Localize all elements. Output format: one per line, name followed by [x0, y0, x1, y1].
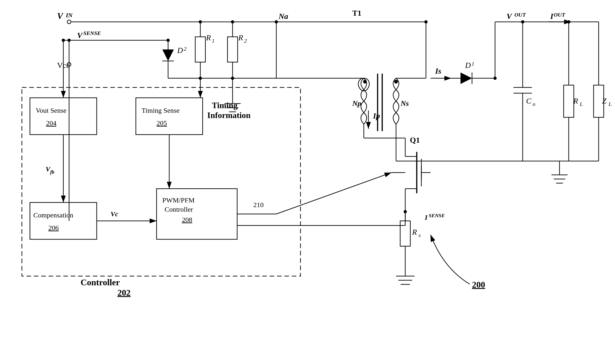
svg-point-20 [394, 80, 398, 84]
vin-sub: IN [66, 12, 73, 19]
rl-sub: L [580, 101, 583, 107]
svg-marker-66 [162, 50, 174, 61]
svg-rect-53 [564, 85, 574, 117]
svg-marker-39 [460, 72, 472, 84]
d2-sub: 2 [184, 46, 187, 52]
vfb-sub: fb [50, 169, 54, 175]
vsense-sub: SENSE [83, 30, 101, 36]
svg-rect-83 [30, 98, 97, 135]
compensation-num: 206 [48, 224, 59, 232]
timing-info-label: Timing [212, 101, 237, 110]
svg-rect-7 [195, 37, 205, 62]
compensation-label: Compensation [33, 211, 73, 219]
svg-rect-84 [136, 98, 203, 135]
na-label: Na [278, 12, 288, 20]
d2-label: D [177, 46, 183, 54]
t1-label: T1 [352, 9, 361, 17]
pwm-label2: Controller [165, 206, 193, 213]
svg-line-97 [276, 173, 391, 214]
svg-point-4 [67, 20, 71, 24]
vin-label: V [57, 11, 64, 21]
vout-sub: OUT [514, 12, 526, 18]
svg-point-9 [199, 20, 202, 24]
co-label: C [526, 97, 531, 105]
vout-sense-label: Vout Sense [36, 106, 67, 114]
pwm-num: 208 [182, 216, 192, 223]
timing-sense-num: 205 [157, 119, 167, 127]
isense-sub: SENSE [429, 213, 445, 218]
svg-rect-11 [227, 37, 238, 62]
zl-sub: L [608, 101, 612, 107]
np-label: Np [352, 99, 361, 107]
r2-label: R [238, 33, 243, 42]
num-210: 210 [253, 201, 264, 208]
rs-label: R [412, 228, 417, 236]
controller-label: Controller [80, 277, 120, 287]
iout-label: I [550, 12, 554, 20]
is-label: Is [435, 67, 441, 75]
circuit-diagram: V IN R 1 R 2 Na T1 [0, 0, 615, 364]
num-200: 200 [472, 280, 485, 289]
iout-sub: OUT [554, 12, 565, 18]
svg-point-13 [231, 20, 234, 24]
rs-sub: s [419, 232, 421, 238]
controller-num: 202 [117, 288, 131, 298]
d1-label: D [465, 61, 471, 69]
vout-sense-num: 204 [46, 119, 56, 127]
co-sub: o [533, 101, 535, 107]
isense-label: I [425, 214, 428, 221]
svg-point-19 [363, 80, 367, 84]
ip-label: Ip [373, 112, 380, 120]
ns-label: Ns [401, 99, 409, 107]
timing-info-label2: Information [207, 111, 251, 120]
q1-label: Q1 [410, 136, 420, 144]
d1-sub: 1 [471, 61, 474, 67]
vsense-label: V [77, 31, 83, 39]
pwm-label: PWM/PFM [162, 196, 195, 204]
timing-sense-label: Timing Sense [142, 106, 180, 114]
zl-label: Z [602, 97, 607, 105]
vc-label: Vc [110, 210, 118, 218]
r1-sub: 1 [212, 38, 214, 44]
r1-label: R [206, 33, 211, 42]
vout-label: V [507, 12, 512, 20]
svg-rect-85 [30, 202, 97, 239]
r2-sub: 2 [244, 38, 247, 44]
